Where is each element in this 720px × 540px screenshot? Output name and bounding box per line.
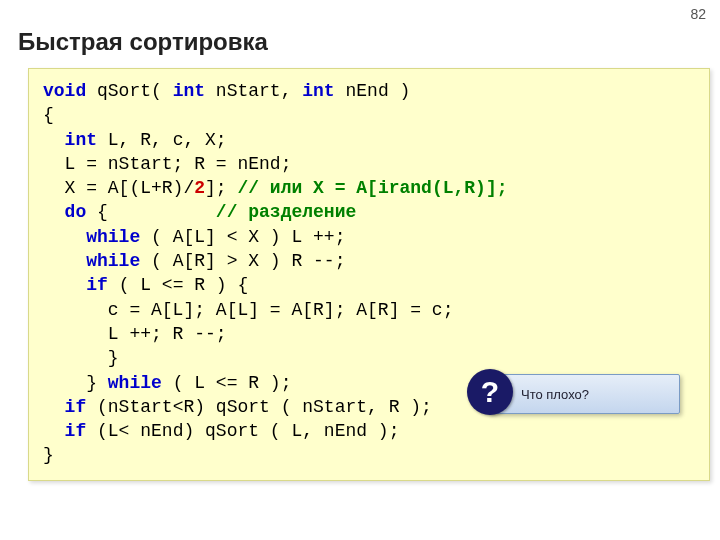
kw-int: int: [302, 81, 334, 101]
code-text: nEnd ): [335, 81, 411, 101]
code-text: L, R, c, X;: [97, 130, 227, 150]
code-text: nStart,: [205, 81, 302, 101]
code-text: [43, 397, 65, 417]
code-text: (nStart<R) qSort ( nStart, R );: [86, 397, 432, 417]
kw-if: if: [86, 275, 108, 295]
comment: // или X = A[irand(L,R)];: [237, 178, 507, 198]
kw-while: while: [108, 373, 162, 393]
code-text: }: [43, 373, 108, 393]
code-text: [43, 130, 65, 150]
code-text: [43, 227, 86, 247]
kw-void: void: [43, 81, 86, 101]
code-text: ( A[R] > X ) R --;: [140, 251, 345, 271]
code-text: [43, 251, 86, 271]
code-text: ( A[L] < X ) L ++;: [140, 227, 345, 247]
kw-while: while: [86, 227, 140, 247]
code-text: {: [43, 105, 54, 125]
kw-do: do: [65, 202, 87, 222]
comment: // разделение: [216, 202, 356, 222]
kw-int: int: [65, 130, 97, 150]
code-text: L = nStart; R = nEnd;: [43, 154, 291, 174]
code-text: L ++; R --;: [43, 324, 227, 344]
kw-int: int: [173, 81, 205, 101]
code-text: qSort(: [86, 81, 172, 101]
code-text: c = A[L]; A[L] = A[R]; A[R] = c;: [43, 300, 453, 320]
code-text: {: [86, 202, 216, 222]
question-callout: ? Что плохо?: [488, 374, 680, 414]
kw-while: while: [86, 251, 140, 271]
code-text: ( L <= R );: [162, 373, 292, 393]
code-text: ( L <= R ) {: [108, 275, 248, 295]
code-text: [43, 421, 65, 441]
question-icon: ?: [467, 369, 513, 415]
code-text: [43, 275, 86, 295]
slide-title: Быстрая сортировка: [18, 28, 268, 56]
page-number: 82: [690, 6, 706, 22]
code-text: (L< nEnd) qSort ( L, nEnd );: [86, 421, 399, 441]
code-text: [43, 202, 65, 222]
kw-if: if: [65, 421, 87, 441]
callout-text: Что плохо?: [521, 387, 589, 402]
code-text: ];: [205, 178, 237, 198]
code-text: X = A[(L+R)/: [43, 178, 194, 198]
num-literal: 2: [194, 178, 205, 198]
code-block: void qSort( int nStart, int nEnd ) { int…: [28, 68, 710, 481]
code-text: }: [43, 348, 119, 368]
kw-if: if: [65, 397, 87, 417]
code-text: }: [43, 445, 54, 465]
